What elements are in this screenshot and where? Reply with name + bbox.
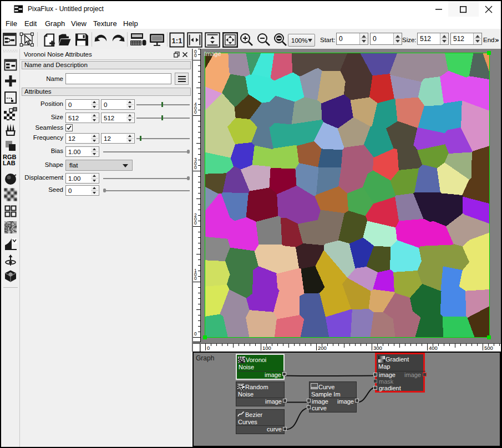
svg-text:1:1: 1:1 [172, 37, 182, 45]
